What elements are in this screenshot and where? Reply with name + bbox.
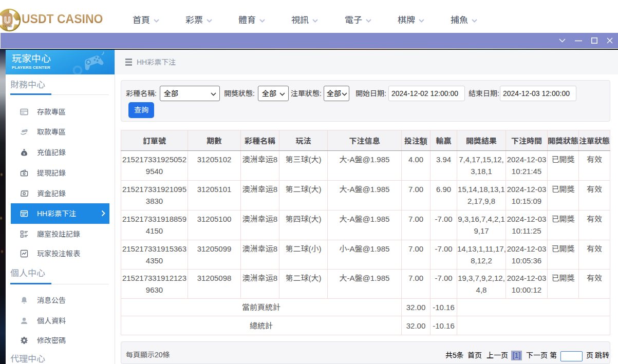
svg-text:U: U bbox=[4, 15, 10, 25]
svg-text:CASINO: CASINO bbox=[3, 25, 12, 28]
svg-text:¥: ¥ bbox=[23, 152, 25, 156]
